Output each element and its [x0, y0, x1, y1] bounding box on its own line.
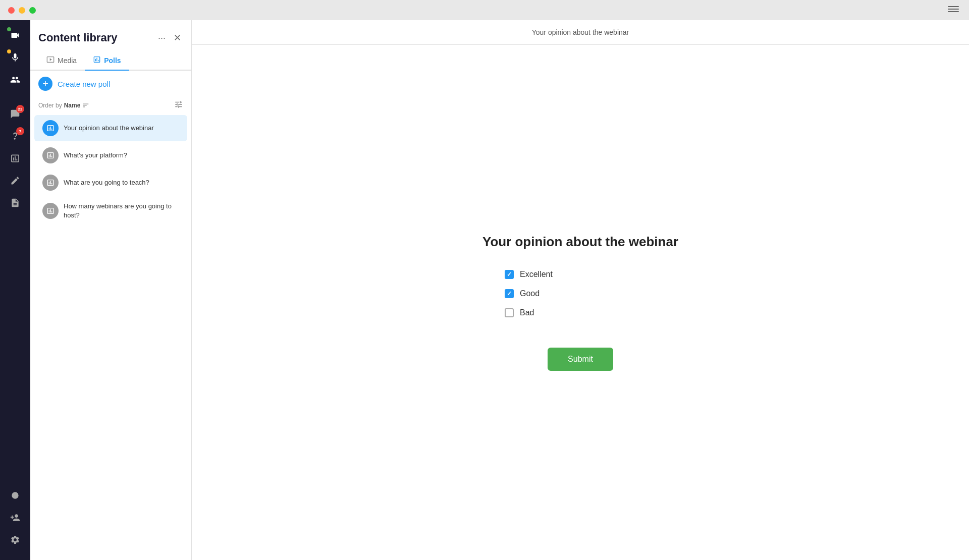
poll-option-label: Excellent [520, 270, 553, 279]
video-icon[interactable] [5, 25, 25, 45]
poll-checkbox-bad[interactable] [505, 308, 514, 317]
app-container: 22 7 [0, 20, 969, 560]
tabs: Media Polls [30, 51, 191, 71]
poll-item[interactable]: What are you going to teach? [34, 170, 187, 196]
poll-item-icon [42, 175, 59, 191]
chat-icon[interactable]: 22 [5, 104, 25, 124]
submit-button[interactable]: Submit [548, 348, 613, 371]
window-controls [8, 7, 36, 14]
svg-point-0 [12, 492, 18, 498]
qa-icon[interactable]: 7 [5, 126, 25, 146]
close-button[interactable] [8, 7, 15, 14]
poll-question: Your opinion about the webinar [482, 234, 678, 250]
main-content: Your opinion about the webinar Your opin… [192, 20, 969, 560]
files-icon[interactable] [5, 193, 25, 213]
order-by-prefix: Order by [38, 102, 62, 109]
tab-polls-label: Polls [104, 57, 121, 65]
poll-option[interactable]: Excellent [505, 270, 656, 279]
panel-title: Content library [38, 31, 117, 44]
poll-nav-icon[interactable] [5, 148, 25, 169]
poll-option[interactable]: Bad [505, 308, 656, 317]
panel-header: Content library ··· ✕ [30, 20, 191, 51]
poll-item-title: Your opinion about the webinar [64, 124, 154, 133]
mic-icon[interactable] [5, 47, 25, 68]
minimize-button[interactable] [19, 7, 25, 14]
create-poll-label: Create new poll [58, 80, 110, 88]
order-bar: Order by Name [30, 97, 191, 114]
order-label: Order by Name [38, 102, 89, 109]
poll-item-title: How many webinars are you going to host? [64, 202, 179, 220]
panel-more-button[interactable]: ··· [156, 31, 168, 45]
poll-option[interactable]: Good [505, 289, 656, 298]
poll-checkbox-good[interactable] [505, 289, 514, 298]
media-tab-icon [46, 55, 55, 66]
settings-icon[interactable] [5, 530, 25, 550]
tab-media[interactable]: Media [38, 51, 85, 71]
main-header: Your opinion about the webinar [192, 20, 969, 45]
polls-tab-icon [93, 55, 101, 66]
poll-item-title: What's your platform? [64, 151, 127, 160]
people-icon[interactable] [5, 70, 25, 90]
content-library-panel: Content library ··· ✕ Media Polls [30, 20, 192, 560]
create-new-poll-button[interactable]: + Create new poll [30, 71, 191, 97]
poll-item-title: What are you going to teach? [64, 178, 149, 187]
icon-bar-bottom [5, 485, 25, 555]
add-user-icon[interactable] [5, 508, 25, 528]
filter-button[interactable] [174, 100, 183, 111]
record-icon[interactable] [5, 485, 25, 506]
poll-option-label: Bad [520, 308, 534, 317]
title-bar [0, 0, 969, 20]
poll-list: Your opinion about the webinar What's yo… [30, 114, 191, 560]
annotate-icon[interactable] [5, 171, 25, 191]
poll-options: Excellent Good Bad [505, 270, 656, 317]
poll-item[interactable]: What's your platform? [34, 142, 187, 169]
create-poll-plus-icon: + [38, 77, 52, 91]
panel-header-actions: ··· ✕ [156, 30, 183, 45]
panel-close-button[interactable]: ✕ [172, 30, 183, 45]
poll-item-icon [42, 203, 59, 219]
maximize-button[interactable] [29, 7, 36, 14]
poll-item[interactable]: Your opinion about the webinar [34, 115, 187, 141]
order-by-value: Name [64, 102, 81, 109]
poll-preview: Your opinion about the webinar Excellent… [192, 45, 969, 560]
main-header-title: Your opinion about the webinar [532, 28, 629, 36]
poll-option-label: Good [520, 289, 540, 298]
icon-bar-top: 22 7 [5, 25, 25, 485]
poll-item[interactable]: How many webinars are you going to host? [34, 197, 187, 225]
tab-polls[interactable]: Polls [85, 51, 129, 71]
icon-bar: 22 7 [0, 20, 30, 560]
tab-media-label: Media [58, 57, 77, 65]
poll-checkbox-excellent[interactable] [505, 270, 514, 279]
poll-item-icon [42, 120, 59, 136]
poll-item-icon [42, 147, 59, 163]
